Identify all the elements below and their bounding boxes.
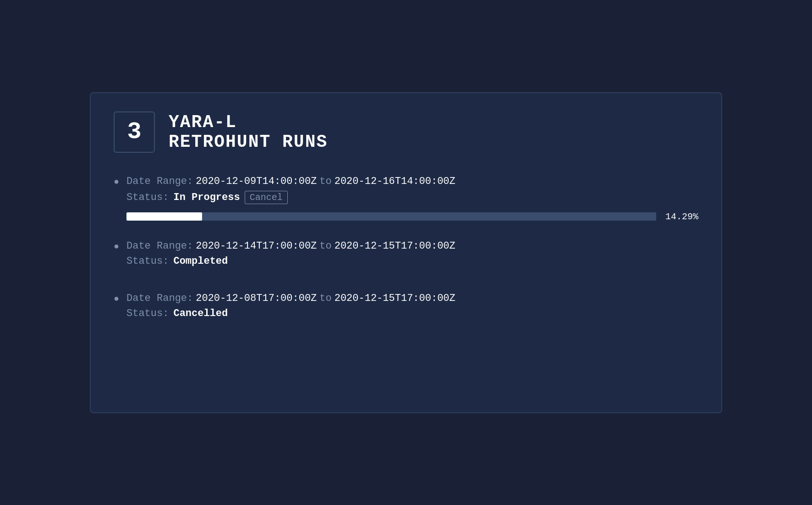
status-label: Status: (126, 192, 169, 203)
number-box: 3 (114, 111, 155, 153)
run-item: ●Date Range: 2020-12-08T17:00:00Z to 202… (114, 293, 698, 327)
date-end: 2020-12-15T17:00:00Z (335, 293, 455, 304)
run-item: ●Date Range: 2020-12-09T14:00:00Z to 202… (114, 176, 698, 222)
bullet-icon: ● (114, 177, 119, 187)
date-range-row: Date Range: 2020-12-08T17:00:00Z to 2020… (126, 293, 698, 304)
date-separator: to (319, 293, 331, 304)
title-line2: RETROHUNT RUNS (169, 132, 328, 152)
date-separator: to (319, 176, 331, 187)
progress-bar-fill (126, 212, 202, 221)
status-value: Completed (173, 255, 228, 267)
status-row: Status:In ProgressCancel (126, 191, 698, 204)
card-header: 3 YARA-L RETROHUNT RUNS (114, 111, 698, 153)
card-number: 3 (127, 118, 141, 145)
title-block: YARA-L RETROHUNT RUNS (169, 112, 328, 152)
date-start: 2020-12-09T14:00:00Z (196, 176, 317, 187)
cancel-button[interactable]: Cancel (245, 191, 288, 204)
date-range-label: Date Range: (126, 293, 193, 304)
progress-bar-background (126, 212, 656, 221)
run-details: Date Range: 2020-12-09T14:00:00Z to 2020… (126, 176, 698, 222)
run-details: Date Range: 2020-12-14T17:00:00Z to 2020… (126, 240, 698, 274)
status-value: In Progress (173, 192, 240, 203)
runs-list: ●Date Range: 2020-12-09T14:00:00Z to 202… (114, 176, 698, 327)
title-line1: YARA-L (169, 112, 328, 132)
progress-percent-label: 14.29% (665, 211, 698, 222)
bullet-icon: ● (114, 294, 119, 304)
date-range-row: Date Range: 2020-12-09T14:00:00Z to 2020… (126, 176, 698, 187)
date-range-label: Date Range: (126, 240, 193, 252)
date-start: 2020-12-08T17:00:00Z (196, 293, 317, 304)
date-end: 2020-12-16T14:00:00Z (335, 176, 455, 187)
main-card: 3 YARA-L RETROHUNT RUNS ●Date Range: 202… (90, 92, 722, 413)
date-range-label: Date Range: (126, 176, 193, 187)
status-row: Status:Cancelled (126, 308, 698, 319)
date-end: 2020-12-15T17:00:00Z (335, 240, 455, 252)
date-start: 2020-12-14T17:00:00Z (196, 240, 317, 252)
bullet-icon: ● (114, 241, 119, 252)
status-row: Status:Completed (126, 255, 698, 267)
date-separator: to (319, 240, 331, 252)
date-range-row: Date Range: 2020-12-14T17:00:00Z to 2020… (126, 240, 698, 252)
status-label: Status: (126, 308, 169, 319)
run-item: ●Date Range: 2020-12-14T17:00:00Z to 202… (114, 240, 698, 274)
status-label: Status: (126, 255, 169, 267)
status-value: Cancelled (173, 308, 228, 319)
run-details: Date Range: 2020-12-08T17:00:00Z to 2020… (126, 293, 698, 327)
progress-container: 14.29% (126, 211, 698, 222)
